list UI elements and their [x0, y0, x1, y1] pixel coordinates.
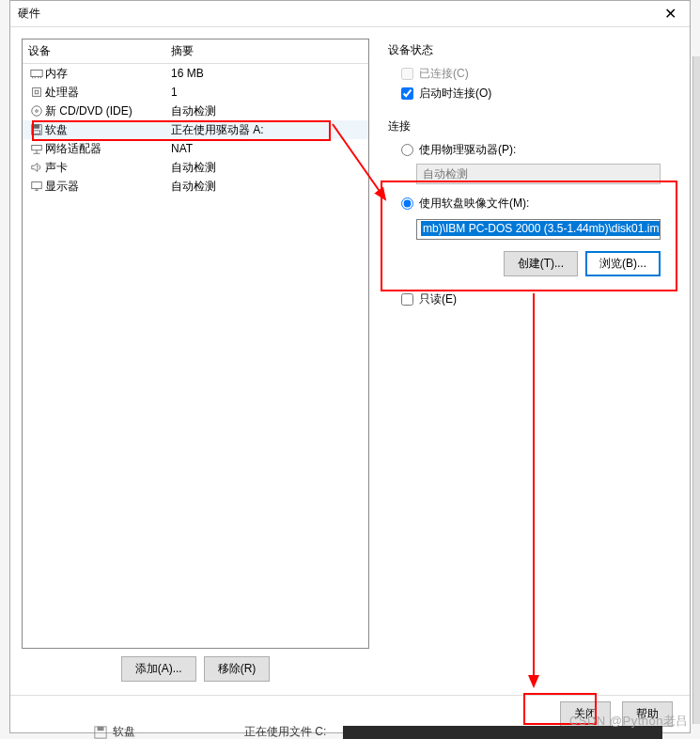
svg-rect-12 — [32, 146, 42, 150]
device-summary: 自动检测 — [171, 179, 363, 195]
device-row-cd[interactable]: 新 CD/DVD (IDE)自动检测 — [23, 102, 368, 120]
image-file-text: mb)\IBM PC-DOS 2000 (3.5-1.44mb)\disk01.… — [421, 221, 661, 236]
remove-button[interactable]: 移除(R) — [204, 656, 271, 682]
device-row-memory[interactable]: 内存16 MB — [23, 64, 368, 83]
device-name: 显示器 — [45, 179, 171, 195]
device-summary: 16 MB — [171, 67, 363, 80]
col-summary: 摘要 — [171, 43, 194, 59]
col-device: 设备 — [28, 43, 171, 59]
svg-point-8 — [36, 110, 39, 113]
file-buttons: 创建(T)... 浏览(B)... — [416, 251, 661, 276]
physical-drive-dropdown-wrap: 自动检测 — [416, 164, 671, 184]
device-name: 声卡 — [45, 160, 171, 176]
browse-button[interactable]: 浏览(B)... — [585, 251, 661, 276]
connection-title: 连接 — [388, 118, 671, 134]
cpu-icon — [28, 86, 45, 99]
device-name: 软盘 — [45, 122, 171, 138]
device-row-net[interactable]: 网络适配器NAT — [23, 139, 368, 158]
device-summary: 正在使用驱动器 A: — [171, 122, 363, 138]
readonly-checkbox[interactable] — [401, 293, 413, 306]
status-title: 设备状态 — [388, 42, 671, 58]
add-button[interactable]: 添加(A)... — [121, 656, 196, 682]
device-summary: 自动检测 — [171, 103, 363, 119]
connected-label: 已连接(C) — [419, 66, 469, 82]
device-list[interactable]: 设备 摘要 内存16 MB处理器1新 CD/DVD (IDE)自动检测软盘正在使… — [22, 39, 369, 649]
readonly-label: 只读(E) — [419, 291, 457, 307]
svg-rect-0 — [31, 71, 42, 77]
cd-icon — [28, 104, 45, 118]
device-list-header: 设备 摘要 — [23, 39, 368, 64]
svg-rect-11 — [34, 131, 40, 134]
svg-rect-5 — [33, 88, 41, 97]
connected-row: 已连接(C) — [401, 64, 671, 84]
device-row-cpu[interactable]: 处理器1 — [23, 83, 368, 102]
connect-on-start-row[interactable]: 启动时连接(O) — [401, 84, 671, 103]
device-name: 网络适配器 — [45, 141, 171, 157]
connect-on-start-label: 启动时连接(O) — [419, 86, 491, 102]
physical-drive-radio[interactable] — [401, 144, 413, 156]
net-icon — [28, 142, 45, 155]
display-icon — [28, 180, 45, 193]
physical-drive-row[interactable]: 使用物理驱动器(P): — [401, 140, 671, 160]
connection-group: 连接 使用物理驱动器(P): 自动检测 使用软盘映像文件(M): mb)\IBM… — [388, 118, 671, 309]
left-panel: 设备 摘要 内存16 MB处理器1新 CD/DVD (IDE)自动检测软盘正在使… — [22, 39, 369, 685]
device-name: 处理器 — [45, 85, 171, 101]
svg-rect-15 — [32, 182, 42, 189]
device-summary: 1 — [171, 86, 363, 99]
svg-rect-6 — [35, 90, 39, 94]
device-name: 内存 — [45, 66, 171, 82]
floppy-icon — [28, 123, 45, 136]
content-area: 设备 摘要 内存16 MB处理器1新 CD/DVD (IDE)自动检测软盘正在使… — [10, 27, 690, 693]
image-file-label: 使用软盘映像文件(M): — [419, 196, 529, 212]
image-file-row[interactable]: 使用软盘映像文件(M): — [401, 194, 671, 213]
titlebar: 硬件 ✕ — [10, 1, 690, 27]
close-icon[interactable]: ✕ — [659, 5, 682, 23]
device-summary: NAT — [171, 142, 363, 155]
svg-point-7 — [32, 106, 42, 117]
readonly-row[interactable]: 只读(E) — [401, 290, 671, 309]
background-dark — [343, 726, 662, 739]
window-title: 硬件 — [18, 6, 40, 22]
device-status-group: 设备状态 已连接(C) 启动时连接(O) — [388, 42, 671, 103]
svg-rect-21 — [98, 726, 104, 730]
image-file-radio[interactable] — [401, 197, 413, 210]
device-summary: 自动检测 — [171, 160, 363, 176]
device-row-floppy[interactable]: 软盘正在使用驱动器 A: — [23, 120, 368, 139]
background-strip — [692, 56, 700, 724]
physical-drive-dropdown: 自动检测 — [416, 164, 661, 184]
memory-icon — [28, 67, 45, 80]
hardware-dialog: 硬件 ✕ 设备 摘要 内存16 MB处理器1新 CD/DVD (IDE)自动检测… — [9, 0, 691, 733]
svg-rect-10 — [34, 125, 39, 129]
image-file-box: mb)\IBM PC-DOS 2000 (3.5-1.44mb)\disk01.… — [416, 219, 671, 276]
connected-checkbox — [401, 68, 413, 80]
create-button[interactable]: 创建(T)... — [504, 251, 578, 276]
connect-on-start-checkbox[interactable] — [401, 87, 413, 100]
device-row-sound[interactable]: 声卡自动检测 — [23, 158, 368, 177]
physical-drive-label: 使用物理驱动器(P): — [419, 142, 516, 158]
left-buttons: 添加(A)... 移除(R) — [22, 656, 369, 685]
image-file-input[interactable]: mb)\IBM PC-DOS 2000 (3.5-1.44mb)\disk01.… — [416, 219, 661, 240]
device-row-display[interactable]: 显示器自动检测 — [23, 177, 368, 196]
sound-icon — [28, 161, 45, 174]
right-panel: 设备状态 已连接(C) 启动时连接(O) 连接 使用物理驱动器(P): 自动检测 — [381, 39, 678, 685]
device-name: 新 CD/DVD (IDE) — [45, 103, 171, 119]
